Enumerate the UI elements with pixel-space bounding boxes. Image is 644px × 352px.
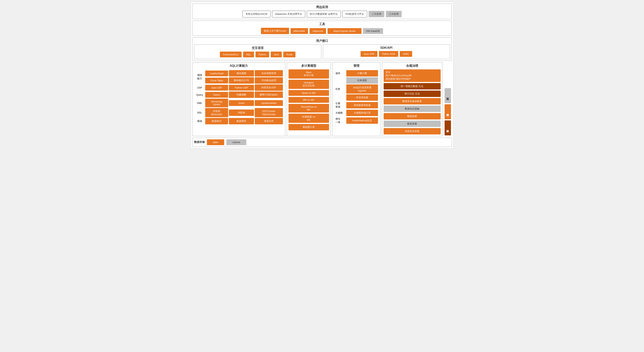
sql-materialized-view[interactable]: 物化视图 bbox=[229, 70, 254, 76]
ui-title: 用户接口 bbox=[194, 39, 450, 43]
compute-mars[interactable]: Mars 科学计算 bbox=[288, 70, 329, 78]
tools-items: 数据上传下载Tunnel MMA/HBR Odpscmd MaxCompute … bbox=[194, 28, 450, 34]
peripheral-ascm[interactable]: 专有云控制台ASCM bbox=[242, 11, 270, 18]
sql-row-enhance1: 增强能力 Load/unload 物化视图 生命周期管理 bbox=[195, 70, 283, 76]
peripheral-dataworks[interactable]: Dataworks 开发治理平台 bbox=[272, 11, 305, 18]
compliance-audit[interactable]: 审计日志 元仓 bbox=[384, 90, 441, 97]
compute-section: 多计算模型 Mars 科学计算 Hologres 交互式分析 Spark on … bbox=[287, 62, 331, 136]
sql-lifecycle[interactable]: 生命周期管理 bbox=[255, 70, 283, 76]
compute-hologres[interactable]: Hologres 交互式分析 bbox=[288, 80, 329, 89]
sql-insert[interactable]: Insert bbox=[229, 100, 254, 106]
tools-title: 工具 bbox=[194, 22, 450, 26]
sql-row-dml: DML Streaming Upsert Insert Update/delet… bbox=[195, 99, 283, 107]
sql-streaming-upsert[interactable]: Streaming Upsert bbox=[205, 99, 228, 107]
sql-explain[interactable]: 解析计划Explain bbox=[255, 92, 283, 98]
sql-internal-table[interactable]: 内部表 bbox=[229, 110, 254, 116]
sidebar-third-party[interactable]: 三方功能 bbox=[444, 88, 451, 103]
bottom-grid: SQL计算能力 增强能力 Load/unload 物化视图 生命周期管理 Clo… bbox=[192, 62, 452, 136]
sql-java-udf[interactable]: Java UDF bbox=[205, 85, 228, 90]
ui-sdk-title: SDK/API bbox=[324, 46, 448, 50]
sql-title: SQL计算能力 bbox=[194, 64, 284, 68]
sidebar-basic[interactable]: 基础功能 bbox=[444, 120, 451, 136]
compliance-backup[interactable]: 数据安全备份恢复 bbox=[384, 98, 441, 104]
peripheral-items: 专有云控制台ASCM Dataworks 开发治理平台 BCC大数据管家 运维平… bbox=[194, 11, 450, 18]
sql-row-query: Query Select 内建函数 解析计划Explain bbox=[195, 92, 283, 98]
peripheral-title: 周边应用 bbox=[194, 5, 450, 9]
compute-graph[interactable]: 离线图计算 bbox=[288, 124, 329, 130]
sql-content-udf[interactable]: 内容安全UDF bbox=[255, 84, 283, 91]
sql-table: 增强能力 Load/unload 物化视图 生命周期管理 Clone Table… bbox=[194, 70, 284, 125]
compute-spark[interactable]: Spark on MC bbox=[288, 90, 329, 96]
mgmt-section: 管理 成本 计量计费 任务 任务调度 Job运行信息查看 logview bbox=[332, 62, 380, 136]
sql-partition-cluster[interactable]: 分区/Cluster Table/Zorder bbox=[255, 108, 283, 117]
sql-clone-table[interactable]: Clone Table bbox=[205, 78, 228, 84]
compliance-desensitize[interactable]: 数据动态脱敏 bbox=[384, 106, 441, 112]
lang-python[interactable]: Python bbox=[256, 52, 269, 58]
mgmt-metering[interactable]: 计量计费 bbox=[346, 70, 378, 76]
sql-label-udf: UDF bbox=[195, 84, 204, 91]
sql-label-enhance: 增强能力 bbox=[195, 70, 204, 84]
compute-tensorflow[interactable]: TensorFlow on MC bbox=[288, 104, 329, 112]
sql-external-table[interactable]: 外部表 &Extractor bbox=[205, 108, 228, 117]
mgmt-label-task: 任务 bbox=[335, 77, 345, 101]
sdk-python[interactable]: Python SDK bbox=[379, 51, 398, 57]
compliance-quality[interactable]: 数据质量 bbox=[384, 120, 441, 127]
lang-scala[interactable]: Scala bbox=[283, 52, 296, 58]
sidebar-enhanced[interactable]: 增强功能 bbox=[444, 104, 451, 119]
sql-select[interactable]: Select bbox=[205, 92, 228, 98]
mgmt-cross-domain[interactable]: 大规模跨域计算 bbox=[346, 110, 378, 116]
compliance-section: 合规治理 安全 用户/角色/ACL/Policy/列 级别授权/项目空间保护 统… bbox=[382, 62, 442, 136]
lang-cli[interactable]: Command/CLI bbox=[220, 52, 242, 58]
mgmt-job-logview[interactable]: Job运行信息查看 logview bbox=[346, 84, 378, 94]
ui-lang-box: 交互语言 Command/CLI SQL Python Java Scala bbox=[194, 44, 321, 59]
compliance-metadata[interactable]: 统一智能元数据 元仓 bbox=[384, 83, 441, 90]
ui-inner: 交互语言 Command/CLI SQL Python Java Scala S… bbox=[194, 44, 450, 59]
storage-title: 数据存储 bbox=[194, 140, 205, 144]
sql-builtin-func[interactable]: 内建函数 bbox=[229, 92, 254, 98]
tools-odpscmd[interactable]: Odpscmd bbox=[310, 28, 326, 34]
mgmt-high-perf[interactable]: 高性能查询加速 bbox=[346, 102, 378, 108]
mgmt-job-priority[interactable]: 作业优先级 bbox=[346, 94, 378, 101]
tools-tunnel[interactable]: 数据上传下载Tunnel bbox=[261, 28, 289, 34]
mgmt-task-schedule[interactable]: 任务调度 bbox=[346, 77, 378, 84]
sql-update-delete[interactable]: Update/delete bbox=[255, 100, 283, 106]
tools-mma[interactable]: MMA/HBR bbox=[290, 28, 308, 34]
compliance-encrypt[interactable]: 数据加密 bbox=[384, 113, 441, 120]
storage-table[interactable]: table bbox=[207, 139, 224, 145]
sql-data-type[interactable]: 数据类型 bbox=[229, 118, 254, 124]
peripheral-second-party[interactable]: 二方应用 bbox=[368, 11, 384, 17]
storage-section: 数据存储 table volume bbox=[192, 138, 452, 147]
peripheral-third-party[interactable]: 三方应用 bbox=[386, 11, 402, 17]
peripheral-bcc[interactable]: BCC大数据管家 运维平台 bbox=[307, 11, 341, 18]
storage-volume[interactable]: volume bbox=[226, 139, 246, 145]
lang-sql[interactable]: SQL bbox=[243, 52, 254, 58]
sql-data-format[interactable]: 数据格式 bbox=[205, 118, 228, 124]
sql-row-ddl: DDL 外部表 &Extractor 内部表 分区/Cluster Table/… bbox=[195, 108, 283, 117]
peripheral-pai[interactable]: PAI机器学习平台 bbox=[342, 11, 367, 18]
sql-row-udf: UDF Java UDF Python UDF 内容安全UDF bbox=[195, 84, 283, 91]
tools-studio[interactable]: MaxCompute Studio bbox=[328, 28, 362, 34]
ui-section: 用户接口 交互语言 Command/CLI SQL Python Java Sc… bbox=[192, 37, 452, 61]
sql-row-enhance2: Clone Table 脚本模式/CTE 半结构化处理 bbox=[195, 77, 283, 84]
lang-java[interactable]: Java bbox=[271, 52, 282, 58]
sql-resource-file[interactable]: 资源文件 bbox=[255, 118, 283, 124]
sql-python-udf[interactable]: Python UDF bbox=[229, 85, 254, 90]
ui-sdk-box: SDK/API Java SDK Python SDK JDBC bbox=[323, 44, 450, 59]
compliance-security[interactable]: 安全 用户/角色/ACL/Policy/列 级别授权/项目空间保护 bbox=[384, 70, 441, 82]
compute-items: Mars 科学计算 Hologres 交互式分析 Spark on MC MR … bbox=[288, 70, 329, 130]
ui-lang-items: Command/CLI SQL Python Java Scala bbox=[196, 52, 320, 58]
sql-load-unload[interactable]: Load/unload bbox=[205, 70, 228, 76]
compute-mr[interactable]: MR on MC bbox=[288, 97, 329, 103]
compute-vector[interactable]: 向量检索 on MC bbox=[288, 114, 329, 123]
tools-dataide[interactable]: DW DataIDE bbox=[363, 28, 383, 34]
mgmt-row-engine: 引擎资源 高性能查询加速 bbox=[335, 102, 378, 109]
compliance-title: 合规治理 bbox=[384, 64, 441, 68]
compliance-content-security[interactable]: 内容安全审查 bbox=[384, 128, 441, 134]
right-sidebar: 三方功能 增强功能 基础功能 bbox=[444, 62, 452, 136]
sdk-java[interactable]: Java SDK bbox=[360, 51, 378, 57]
sdk-jdbc[interactable]: JDBC bbox=[400, 51, 412, 57]
mgmt-hadoop[interactable]: InsideHadoop生态 bbox=[346, 118, 378, 124]
sql-semi-structured[interactable]: 半结构化处理 bbox=[255, 77, 283, 84]
mgmt-row-cost: 成本 计量计费 bbox=[335, 70, 378, 76]
sql-script-mode[interactable]: 脚本模式/CTE bbox=[229, 77, 254, 84]
